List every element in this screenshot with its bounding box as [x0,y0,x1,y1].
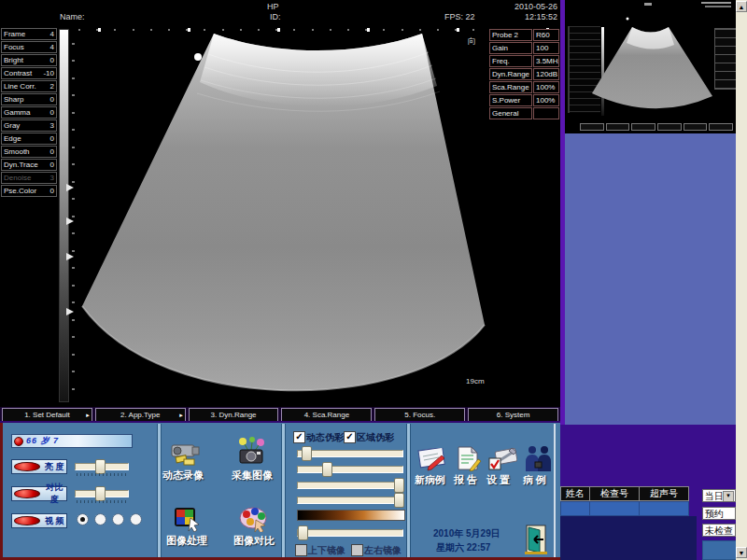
panel-weekday-time: 星期六 22:57 [436,541,490,554]
slider-thumb[interactable] [322,462,332,477]
slider-thumb[interactable] [302,446,312,461]
pseudo-color-slider-3[interactable] [297,478,403,491]
right-side-panel [565,133,736,425]
slider-thumb[interactable] [298,525,308,540]
menu-sca-range[interactable]: 4. Sca.Range [281,408,372,422]
worklist-area: 姓名 检查号 超声号 当日 ▼ 预约 未检查 [560,425,736,560]
panel-separator [406,424,411,557]
flip-vertical-label: 上下镜像 [308,544,345,557]
panel-left-border [0,423,3,560]
panel-separator [554,424,556,557]
brightness-slider[interactable] [75,459,129,472]
filter-unchecked-item[interactable]: 未检查 [702,524,736,537]
image-compare-button[interactable]: 图像对比 [233,534,275,548]
video-channel-radio[interactable] [94,513,106,525]
filter-booked-item[interactable]: 预约 [702,507,736,520]
info-row-scarange: Sca.Range100% [489,81,562,93]
cases-icon[interactable] [524,445,552,471]
region-pseudo-checkbox[interactable]: ✓ [344,431,356,443]
region-pseudo-label: 区域伪彩 [357,431,394,444]
video-channel-radio[interactable] [130,513,142,525]
info-row-probe: Probe 2R60 [489,29,562,41]
filter-today-dropdown[interactable]: 当日 ▼ [702,489,736,502]
contrast-button[interactable]: 对比度 [11,486,67,501]
brightness-button[interactable]: 亮 度 [11,459,67,474]
report-button[interactable]: 报 告 [454,473,477,487]
flip-vertical-checkbox[interactable] [295,544,307,556]
dropdown-arrow-icon[interactable]: ▼ [723,491,734,502]
thumbnail-menu-bar [580,123,733,131]
image-process-button[interactable]: 图像处理 [166,534,207,548]
vertical-scrollbar[interactable]: ▲ ▼ [736,0,747,560]
settings-button[interactable]: 设 置 [486,473,510,487]
info-row-spower: S.Power100% [489,94,562,106]
video-button[interactable]: 视 频 [11,513,67,528]
pseudo-color-slider-4[interactable] [297,493,403,506]
scroll-down-icon[interactable]: ▼ [736,547,747,558]
thumbnail-fan-image [565,0,736,133]
thumbnail-info-table [714,28,736,90]
new-case-button[interactable]: 新病例 [415,473,445,487]
slider-thumb[interactable] [95,486,106,501]
worklist-header-ultrasound-no[interactable]: 超声号 [640,486,689,501]
worklist-empty-row[interactable] [560,501,689,516]
panel-separator [157,424,162,557]
report-icon[interactable] [456,446,482,471]
record-dot-icon [14,489,40,498]
dynamic-record-button[interactable]: 动态录像 [162,469,204,483]
submenu-arrow-icon: ▸ [86,409,90,421]
image-compare-icon[interactable] [239,507,269,532]
bottom-control-panel: 66 岁 7 亮 度 对比度 视 频 [0,421,560,560]
colormap-preview-bar [297,510,405,521]
menu-set-default[interactable]: 1. Set Default▸ [2,408,92,422]
image-thumbnail[interactable] [565,0,736,133]
info-row-freq: Freq.3.5MHz [489,55,562,67]
panel-top-divider [0,421,560,423]
info-row-general: General [489,107,562,119]
camcorder-icon[interactable] [170,441,202,466]
image-process-icon[interactable] [174,507,202,532]
contrast-slider[interactable] [75,486,129,499]
dynamic-pseudo-checkbox[interactable]: ✓ [293,431,305,443]
patient-age-text: 66 岁 7 [26,435,59,447]
dynamic-pseudo-label: 动态伪彩 [306,431,344,444]
video-channel-radio[interactable] [77,513,89,525]
ultrasound-workstation-screen: Name: HP ID: FPS: 22 2010-05-26 12:15:52… [0,0,747,560]
pseudo-color-slider-5[interactable] [297,525,403,539]
worklist-header-exam-no[interactable]: 检查号 [590,486,640,501]
video-channel-radios [77,513,142,525]
record-dot-icon [14,516,40,525]
settings-icon[interactable] [487,446,517,471]
menu-focus[interactable]: 5. Focus. [374,408,465,422]
capture-image-button[interactable]: 采集图像 [232,469,273,483]
worklist-header-name[interactable]: 姓名 [560,486,590,501]
slider-thumb[interactable] [95,459,106,474]
slider-thumb[interactable] [394,493,404,508]
worklist-header-row: 姓名 检查号 超声号 [560,486,689,501]
menu-app-type[interactable]: 2. App.Type▸ [95,408,186,422]
submenu-arrow-icon: ▸ [179,409,183,421]
scroll-up-icon[interactable]: ▲ [736,1,747,12]
depth-readout: 19cm [466,377,485,385]
pseudo-color-slider-1[interactable] [297,446,403,459]
capture-camera-icon[interactable] [235,436,267,466]
exit-icon[interactable] [519,524,547,555]
video-channel-radio[interactable] [112,513,124,525]
cases-button[interactable]: 病 例 [523,473,546,487]
menu-dyn-range[interactable]: 3. Dyn.Range [189,408,279,422]
ultrasound-fan-image [0,0,560,425]
worklist-body [560,516,697,560]
probe-info-table: Probe 2R60 Gain100 Freq.3.5MHz Dyn.Range… [489,29,562,120]
flip-horizontal-checkbox[interactable] [351,544,363,556]
pseudo-color-slider-2[interactable] [297,462,403,475]
new-case-icon[interactable] [417,448,447,471]
menu-system[interactable]: 6. System [468,408,558,422]
flip-horizontal-label: 左右镜像 [364,544,402,557]
info-row-gain: Gain100 [489,42,562,54]
record-dot-icon [14,462,40,471]
slider-thumb[interactable] [394,478,404,493]
patient-age-field[interactable]: 66 岁 7 [11,434,133,448]
worklist-corner-box [702,540,736,560]
panel-separator [281,424,286,557]
panel-date: 2010年 5月29日 [433,527,500,540]
